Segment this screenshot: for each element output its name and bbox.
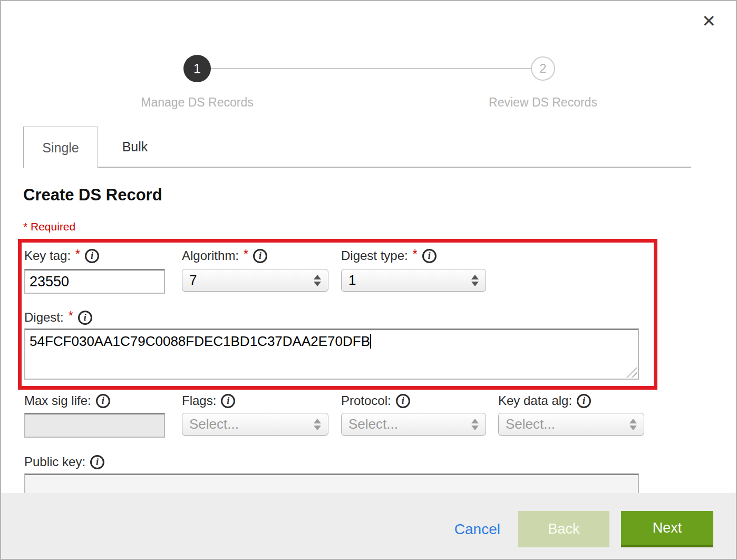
required-note: * Required — [23, 220, 75, 233]
tab-bulk[interactable]: Bulk — [98, 127, 172, 167]
algorithm-label: Algorithm: * i — [182, 247, 267, 264]
resize-grip-icon[interactable] — [626, 367, 637, 378]
algorithm-selected-value: 7 — [189, 272, 309, 288]
digest-label: Digest: * i — [24, 309, 92, 326]
public-key-label: Public key: i — [24, 453, 104, 470]
info-glyph: i — [227, 395, 229, 407]
info-icon[interactable]: i — [253, 249, 267, 263]
flags-label-text: Flags: — [182, 393, 216, 408]
protocol-select[interactable]: Select... — [341, 413, 486, 436]
step-2-label: Review DS Records — [474, 95, 612, 110]
stepper-step-1: 1 — [183, 55, 211, 82]
next-button[interactable]: Next — [621, 511, 713, 547]
create-ds-record-modal: ✕ 1 2 Manage DS Records Review DS Record… — [0, 0, 737, 560]
flags-select[interactable]: Select... — [182, 413, 328, 436]
step-1-label: Manage DS Records — [129, 95, 266, 110]
info-glyph: i — [91, 250, 93, 262]
flags-label: Flags: i — [182, 392, 235, 409]
tab-single[interactable]: Single — [23, 127, 98, 168]
back-button-label: Back — [548, 521, 579, 537]
key-data-alg-label: Key data alg: i — [498, 392, 591, 409]
select-arrows-icon — [471, 419, 479, 430]
digest-type-label: Digest type: * i — [341, 247, 437, 264]
public-key-label-text: Public key: — [24, 455, 85, 469]
select-arrows-icon — [314, 419, 321, 430]
select-arrows-icon — [471, 275, 479, 286]
info-icon[interactable]: i — [396, 394, 410, 408]
close-icon[interactable]: ✕ — [702, 13, 716, 30]
required-asterisk: * — [69, 309, 73, 323]
tab-bulk-label: Bulk — [122, 139, 148, 155]
info-icon[interactable]: i — [221, 394, 235, 408]
modal-footer: Cancel Back Next — [1, 493, 736, 559]
flags-placeholder: Select... — [189, 416, 309, 432]
info-glyph: i — [428, 250, 431, 262]
info-glyph: i — [102, 395, 104, 407]
stepper-step-2: 2 — [531, 56, 555, 81]
info-glyph: i — [96, 457, 99, 468]
max-sig-life-label: Max sig life: i — [24, 392, 110, 409]
key-data-alg-select[interactable]: Select... — [498, 413, 644, 436]
digest-type-select[interactable]: 1 — [341, 269, 486, 292]
tab-single-label: Single — [42, 140, 79, 156]
next-button-label: Next — [653, 520, 682, 536]
select-arrows-icon — [314, 275, 321, 286]
info-glyph: i — [402, 395, 404, 407]
text-cursor — [370, 334, 371, 349]
protocol-label: Protocol: i — [341, 392, 410, 409]
step-2-number: 2 — [539, 61, 546, 76]
digest-type-selected-value: 1 — [348, 272, 467, 288]
key-tag-label: Key tag: * i — [24, 247, 99, 264]
required-asterisk: * — [413, 247, 418, 262]
info-icon[interactable]: i — [96, 394, 110, 408]
algorithm-label-text: Algorithm: — [182, 248, 239, 263]
max-sig-life-label-text: Max sig life: — [24, 393, 91, 408]
algorithm-select[interactable]: 7 — [182, 269, 328, 292]
digest-label-text: Digest: — [24, 310, 64, 325]
info-icon[interactable]: i — [422, 249, 437, 263]
select-arrows-icon — [629, 419, 637, 430]
key-tag-input[interactable] — [24, 269, 165, 294]
tab-bar: Single Bulk — [23, 127, 691, 168]
info-glyph: i — [84, 312, 86, 323]
required-asterisk: * — [75, 247, 80, 262]
info-icon[interactable]: i — [577, 394, 591, 408]
key-data-alg-label-text: Key data alg: — [498, 393, 572, 408]
stepper-connector-line — [211, 68, 531, 69]
digest-value: 54FCF030AA1C79C0088FDEC1BD1C37DAA2E70DFB — [30, 333, 370, 349]
digest-type-label-text: Digest type: — [341, 248, 408, 263]
info-glyph: i — [583, 395, 585, 407]
page-title: Create DS Record — [23, 186, 162, 205]
key-tag-label-text: Key tag: — [24, 248, 71, 263]
info-glyph: i — [259, 250, 261, 262]
info-icon[interactable]: i — [78, 311, 92, 325]
info-icon[interactable]: i — [90, 455, 104, 469]
required-asterisk: * — [244, 247, 248, 262]
digest-textarea[interactable]: 54FCF030AA1C79C0088FDEC1BD1C37DAA2E70DFB — [24, 329, 639, 380]
protocol-label-text: Protocol: — [341, 393, 391, 408]
max-sig-life-input[interactable] — [24, 413, 165, 438]
key-data-alg-placeholder: Select... — [506, 416, 625, 432]
cancel-button[interactable]: Cancel — [454, 521, 500, 538]
step-1-number: 1 — [193, 61, 201, 76]
info-icon[interactable]: i — [85, 249, 99, 263]
protocol-placeholder: Select... — [348, 416, 467, 432]
back-button[interactable]: Back — [518, 511, 609, 547]
